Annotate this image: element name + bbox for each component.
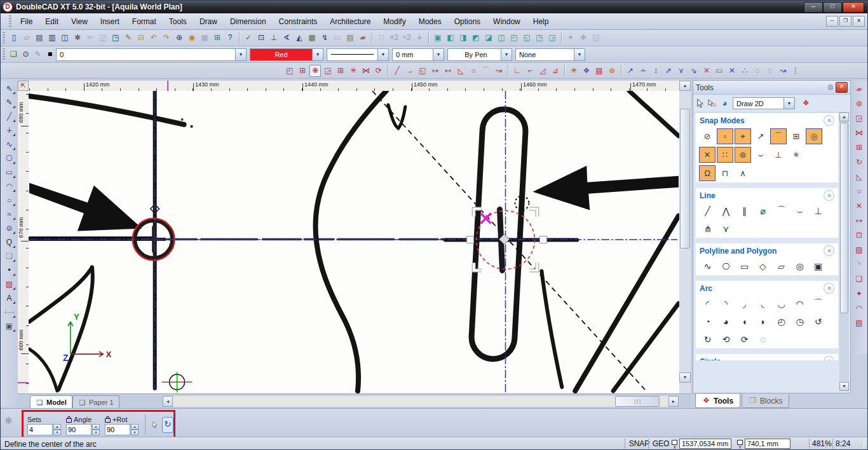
snap-node-button[interactable]: ⌖ (735, 128, 751, 144)
snap-vertex-button[interactable]: ▫ (717, 128, 733, 144)
dot-icon[interactable]: • (4, 264, 15, 276)
dropdown-arrow-icon[interactable]: ▼ (377, 49, 388, 60)
layer-combo[interactable]: 0 ▼ (56, 48, 247, 61)
layer-visibility-eye-icon[interactable]: ⊙ (20, 49, 31, 60)
y-coordinate-field[interactable]: 740,1 mm (745, 439, 790, 449)
viewport-icon[interactable]: ▣ (4, 320, 15, 332)
layer-lock-icon[interactable]: ✎ (32, 49, 43, 60)
redline-icon[interactable]: ↯ (319, 32, 330, 44)
mdi-minimize-button[interactable]: ─ (826, 16, 838, 27)
eraser-icon[interactable]: ▰ (853, 83, 865, 95)
help-icon[interactable]: ? (224, 32, 236, 44)
scroll-down-button[interactable]: ▼ (679, 372, 691, 383)
arc-1-2-3-button[interactable]: ◔ (698, 313, 717, 330)
title-bar[interactable]: D DoubleCAD XT 5.0 32-bit - [Aquila Worl… (1, 1, 867, 13)
zoom-in-icon[interactable]: ⊕ (173, 32, 185, 44)
point-icon[interactable]: ∔ (4, 125, 15, 137)
stamp-icon[interactable]: ❏ (4, 250, 15, 262)
arc-included-angle-button[interactable]: ◟ (754, 296, 772, 312)
tab-blocks[interactable]: ❒ Blocks (742, 394, 789, 408)
menu-options[interactable]: Options (448, 15, 487, 29)
image-grid-icon[interactable]: ▦ (306, 32, 318, 44)
snap-aperture-icon[interactable]: ❖ (581, 65, 592, 77)
circle-tool-icon[interactable]: ○ (853, 186, 865, 198)
dropdown-arrow-icon[interactable]: ▼ (312, 49, 323, 60)
brick-hatch-icon[interactable]: ▤ (344, 32, 356, 44)
align-target-icon[interactable]: ⊕ (606, 65, 618, 77)
chamfer-icon[interactable]: ◿ (537, 65, 548, 77)
dropdown-arrow-icon[interactable]: ▼ (783, 98, 794, 109)
mirror-icon[interactable]: ⋈ (853, 127, 865, 139)
view-iso-nw-icon[interactable]: ◨ (458, 32, 469, 44)
arc-complement-button[interactable]: ◷ (790, 313, 809, 330)
snap-x-icon[interactable]: ✕ (726, 65, 738, 77)
minimize-button[interactable]: ─ (804, 2, 823, 13)
rot-input[interactable] (105, 424, 130, 435)
polygon-button[interactable]: ⎔ (717, 258, 735, 275)
copy-entity-icon[interactable]: ◲ (853, 112, 865, 125)
x-coordinate-field[interactable]: 1537,0534 mm (679, 439, 731, 449)
text-icon[interactable]: A (4, 292, 15, 304)
tab-model[interactable]: ❏ Model (30, 395, 72, 409)
copy-entities-icon[interactable]: ◰ (284, 65, 295, 77)
line-tangent-arc-button[interactable]: ⌒ (772, 203, 790, 219)
array-polar-icon[interactable]: ✳ (348, 65, 359, 77)
pointer-icon[interactable] (696, 99, 705, 108)
rotate-icon[interactable]: ↻ (853, 156, 865, 168)
snap-segment-mid-icon[interactable]: ∸ (637, 65, 649, 77)
bucket-icon[interactable]: ❖ (801, 98, 811, 109)
view-right-icon[interactable]: ◰ (508, 32, 520, 44)
arc-radius-button[interactable]: ◠ (790, 296, 809, 312)
grid-x2-icon[interactable]: ×2 (388, 32, 400, 44)
hatch-combo[interactable]: None ▼ (515, 48, 585, 61)
irregular-polygon-button[interactable]: ▱ (772, 258, 790, 275)
panel-scroll-thumb[interactable] (840, 123, 848, 313)
spline-icon[interactable]: ≈ (4, 208, 15, 221)
menu-dimension[interactable]: Dimension (224, 15, 273, 29)
scroll-left-button[interactable]: ◄ (163, 396, 173, 407)
arc-trim-button[interactable]: ↻ (698, 331, 717, 348)
line-perpendicular-button[interactable]: ⊥ (809, 203, 827, 219)
grid-half-icon[interactable]: ÷2 (401, 32, 412, 44)
trim-corner-icon[interactable]: ⊿ (550, 65, 561, 77)
arc-edit-button[interactable]: ⟲ (717, 331, 735, 348)
mirror-copy-icon[interactable]: ⋈ (360, 65, 372, 77)
trim-line-icon[interactable]: ✕ (853, 200, 865, 212)
polyline-icon[interactable]: ∿ (4, 139, 15, 151)
snap-circle-b-icon[interactable]: ◌ (764, 65, 776, 77)
snap-cross-icon[interactable]: ✕ (701, 65, 712, 77)
menu-window[interactable]: Window (487, 15, 527, 29)
draw-circle-icon[interactable]: ○ (468, 65, 479, 77)
view-left-icon[interactable]: ◫ (496, 32, 507, 44)
draw-ray-icon[interactable]: ↦ (430, 65, 441, 77)
line-style-combo[interactable]: ▼ (327, 48, 389, 61)
snap-quick-button[interactable]: ⊚ (735, 147, 751, 163)
draw-wedge-icon[interactable]: ◺ (455, 65, 466, 77)
menu-file[interactable]: File (14, 15, 39, 29)
toolbar-grip[interactable] (3, 32, 5, 44)
print-preview-icon[interactable]: ◫ (59, 32, 71, 44)
spinner[interactable]: ▲▼ (92, 424, 100, 435)
canvas-vscrollbar[interactable]: ▲ ▼ (679, 81, 691, 393)
snap-grid-button[interactable]: ∷ (717, 147, 733, 163)
menu-architecture[interactable]: Architecture (323, 15, 377, 29)
snap-center-button[interactable]: ◎ (806, 128, 822, 144)
arc-icon[interactable]: ◠ (4, 181, 15, 193)
new-file-icon[interactable]: ▯ (8, 32, 20, 44)
overlap-icon[interactable]: ⊡ (853, 229, 865, 242)
snap-pointer-icon[interactable] (707, 99, 717, 108)
snap-vertical-icon[interactable]: ↕ (650, 65, 661, 77)
collapse-chevron-icon[interactable]: « (824, 245, 834, 256)
world-icon[interactable]: ◕ (719, 98, 730, 109)
polygon-icon[interactable]: ⎔ (4, 153, 15, 165)
snap-vdots-icon[interactable]: ⋮ (790, 65, 801, 77)
spinner[interactable]: ▲▼ (131, 424, 139, 435)
toolbar-grip[interactable] (3, 48, 5, 61)
line-branch-button[interactable]: ⋔ (698, 221, 717, 237)
arc-center-2point-button[interactable]: ◕ (717, 313, 735, 330)
grid-add-icon[interactable]: ∔ (414, 32, 425, 44)
array-rect-icon[interactable]: ⊞ (297, 65, 308, 77)
double-rectangle-button[interactable]: ▣ (809, 258, 827, 275)
snap-dots-icon[interactable]: ∴ (739, 65, 750, 77)
ucs-axis-icon[interactable]: ⊥ (268, 32, 280, 44)
